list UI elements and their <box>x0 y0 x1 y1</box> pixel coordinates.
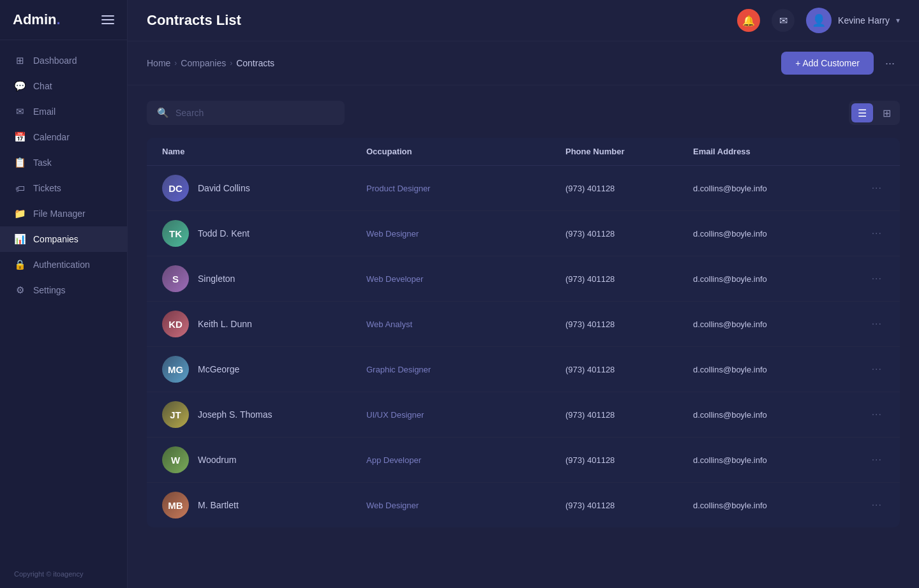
row-more-button[interactable]: ··· <box>869 406 885 423</box>
row-actions: ··· <box>853 452 885 468</box>
search-box: 🔍 <box>147 101 345 125</box>
table-row[interactable]: MB M. Bartlett Web Designer (973) 401128… <box>147 483 900 527</box>
sidebar-item-task[interactable]: 📋 Task <box>0 150 127 175</box>
sidebar-item-companies[interactable]: 📊 Companies <box>0 226 127 252</box>
more-options-button[interactable]: ··· <box>880 54 900 73</box>
customer-name: Keith L. Dunn <box>198 319 252 329</box>
add-customer-button[interactable]: + Add Customer <box>781 52 874 75</box>
cell-name: S Singleton <box>162 265 366 292</box>
sidebar-item-calendar[interactable]: 📅 Calendar <box>0 124 127 150</box>
sidebar-item-file-manager[interactable]: 📁 File Manager <box>0 201 127 226</box>
table-row[interactable]: TK Todd D. Kent Web Designer (973) 40112… <box>147 211 900 256</box>
cell-email: d.collins@boyle.info <box>693 409 853 420</box>
occupation-value: App Developer <box>366 455 421 465</box>
main-content: Contracts List 🔔 ✉ 👤 Kevine Harry ▾ Home… <box>128 0 919 588</box>
cell-name: W Woodrum <box>162 446 366 473</box>
row-actions: ··· <box>853 270 885 287</box>
occupation-value: Product Designer <box>366 184 430 193</box>
list-view-button[interactable]: ☰ <box>851 103 873 122</box>
row-more-button[interactable]: ··· <box>869 270 885 287</box>
sidebar-item-settings[interactable]: ⚙ Settings <box>0 277 127 303</box>
cell-name: JT Joseph S. Thomas <box>162 401 366 428</box>
cell-occupation: Product Designer <box>366 182 565 194</box>
sidebar-nav: ⊞ Dashboard 💬 Chat ✉ Email 📅 Calendar 📋 … <box>0 40 127 560</box>
sidebar-item-dashboard[interactable]: ⊞ Dashboard <box>0 48 127 73</box>
breadcrumb-sep-2: › <box>230 59 232 68</box>
row-more-button[interactable]: ··· <box>869 225 885 242</box>
sidebar-item-label: Chat <box>33 81 52 91</box>
customer-name: Singleton <box>198 274 235 284</box>
avatar: W <box>162 446 189 473</box>
email-value: d.collins@boyle.info <box>693 501 767 510</box>
breadcrumb: Home › Companies › Contracts <box>147 58 274 68</box>
chevron-down-icon: ▾ <box>896 16 900 25</box>
sidebar-item-chat[interactable]: 💬 Chat <box>0 73 127 99</box>
table-row[interactable]: DC David Collins Product Designer (973) … <box>147 166 900 211</box>
email-value: d.collins@boyle.info <box>693 274 767 284</box>
table-row[interactable]: JT Joseph S. Thomas UI/UX Designer (973)… <box>147 392 900 437</box>
email-icon: ✉ <box>14 106 26 117</box>
col-header-phone: Phone Number <box>565 147 693 156</box>
avatar-initials: MB <box>168 500 183 511</box>
user-info[interactable]: 👤 Kevine Harry ▾ <box>806 8 900 33</box>
breadcrumb-current: Contracts <box>236 58 274 68</box>
hamburger-icon[interactable] <box>101 15 114 24</box>
avatar-initials: JT <box>170 409 181 420</box>
row-actions: ··· <box>853 406 885 423</box>
breadcrumb-companies[interactable]: Companies <box>181 58 226 68</box>
occupation-value: UI/UX Designer <box>366 410 424 420</box>
grid-view-icon: ⊞ <box>883 107 891 119</box>
sidebar-item-label: Companies <box>33 234 78 244</box>
col-header-occupation: Occupation <box>366 147 565 156</box>
sidebar-item-authentication[interactable]: 🔒 Authentication <box>0 252 127 277</box>
notification-button[interactable]: 🔔 <box>737 9 760 32</box>
avatar: JT <box>162 401 189 428</box>
table-row[interactable]: S Singleton Web Developer (973) 401128 d… <box>147 256 900 302</box>
cell-phone: (973) 401128 <box>565 273 693 284</box>
grid-view-button[interactable]: ⊞ <box>876 103 897 122</box>
row-more-button[interactable]: ··· <box>869 497 885 513</box>
avatar: MB <box>162 492 189 518</box>
row-more-button[interactable]: ··· <box>869 316 885 332</box>
occupation-value: Web Analyst <box>366 320 412 329</box>
cell-phone: (973) 401128 <box>565 454 693 466</box>
top-header: Contracts List 🔔 ✉ 👤 Kevine Harry ▾ <box>128 0 919 41</box>
mail-button[interactable]: ✉ <box>772 9 795 32</box>
occupation-value: Graphic Designer <box>366 365 431 374</box>
customer-name: Woodrum <box>198 455 236 465</box>
contracts-table: Name Occupation Phone Number Email Addre… <box>147 138 900 527</box>
page-title: Contracts List <box>147 12 241 29</box>
phone-value: (973) 401128 <box>565 365 615 374</box>
table-row[interactable]: KD Keith L. Dunn Web Analyst (973) 40112… <box>147 302 900 347</box>
cell-occupation: Web Designer <box>366 499 565 511</box>
cell-email: d.collins@boyle.info <box>693 318 853 330</box>
email-value: d.collins@boyle.info <box>693 455 767 465</box>
view-toggle: ☰ ⊞ <box>849 101 900 125</box>
cell-occupation: UI/UX Designer <box>366 409 565 420</box>
row-more-button[interactable]: ··· <box>869 180 885 196</box>
cell-email: d.collins@boyle.info <box>693 228 853 239</box>
email-value: d.collins@boyle.info <box>693 229 767 239</box>
avatar-initials: MG <box>168 364 183 375</box>
cell-occupation: Web Developer <box>366 273 565 284</box>
sidebar-item-email[interactable]: ✉ Email <box>0 99 127 124</box>
email-value: d.collins@boyle.info <box>693 320 767 329</box>
phone-value: (973) 401128 <box>565 184 615 193</box>
table-row[interactable]: MG McGeorge Graphic Designer (973) 40112… <box>147 347 900 392</box>
avatar-initials: DC <box>168 183 183 194</box>
tickets-icon: 🏷 <box>14 182 26 194</box>
phone-value: (973) 401128 <box>565 229 615 239</box>
table-row[interactable]: W Woodrum App Developer (973) 401128 d.c… <box>147 437 900 483</box>
action-bar: Home › Companies › Contracts + Add Custo… <box>128 41 919 85</box>
sidebar-item-label: File Manager <box>33 209 86 219</box>
sidebar-item-tickets[interactable]: 🏷 Tickets <box>0 175 127 201</box>
avatar: KD <box>162 311 189 337</box>
search-input[interactable] <box>176 108 334 118</box>
file-manager-icon: 📁 <box>14 208 26 219</box>
sidebar-item-label: Authentication <box>33 260 90 270</box>
breadcrumb-home[interactable]: Home <box>147 58 170 68</box>
row-more-button[interactable]: ··· <box>869 361 885 378</box>
row-more-button[interactable]: ··· <box>869 452 885 468</box>
cell-name: MB M. Bartlett <box>162 492 366 518</box>
phone-value: (973) 401128 <box>565 455 615 465</box>
